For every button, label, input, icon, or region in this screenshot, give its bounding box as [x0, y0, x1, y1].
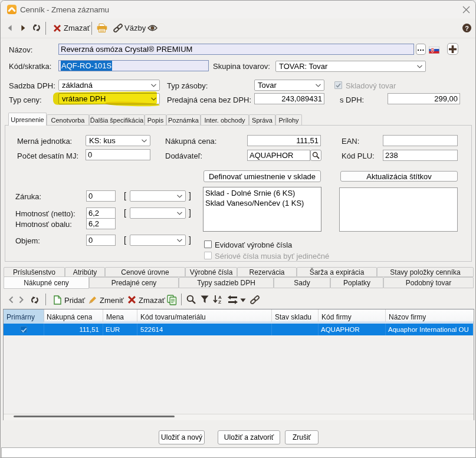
- svg-text:Z: Z: [218, 299, 221, 304]
